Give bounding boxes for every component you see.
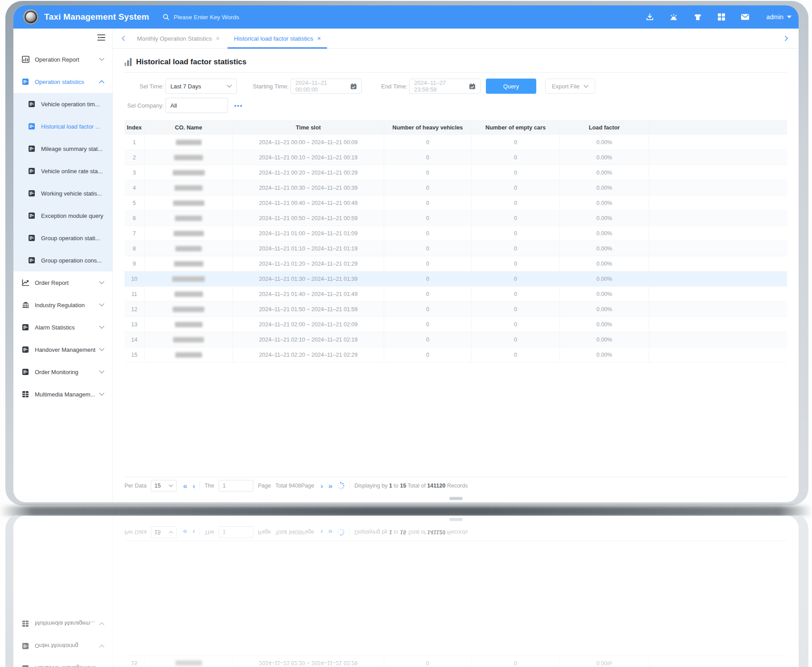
- prev-page-button[interactable]: ‹: [193, 482, 195, 490]
- tab-monthly-operation-statistics[interactable]: Monthly Operation Statistics ×: [130, 29, 227, 48]
- table-row[interactable]: 102024–11–21 01:30 ~ 2024–11–21 01:39000…: [124, 271, 787, 287]
- refresh-spinner-icon[interactable]: [337, 482, 345, 490]
- table-row[interactable]: 32024–11–21 00:20 ~ 2024–11–21 00:29000.…: [124, 165, 787, 180]
- tabs-scroll-right-icon[interactable]: [780, 36, 792, 41]
- sidebar-item-historical-load-factor[interactable]: Historical load factor ...: [13, 115, 112, 138]
- table-row[interactable]: 82024–11–21 01:10 ~ 2024–11–21 01:19000.…: [124, 241, 787, 256]
- line-chart-icon: [22, 279, 29, 286]
- company-more-button[interactable]: •••: [234, 102, 243, 109]
- cell-index: 11: [124, 287, 145, 301]
- table-row[interactable]: 12024–11–21 00:00 ~ 2024–11–21 00:09000.…: [124, 135, 787, 150]
- sidebar-item-group-operation-stati[interactable]: Group operation stati...: [13, 227, 112, 249]
- cell-spacer: [649, 271, 787, 286]
- tab-close-icon[interactable]: ×: [317, 35, 321, 42]
- cell-spacer: [649, 302, 787, 317]
- cell-empty-cars: 0: [472, 135, 560, 150]
- cell-empty-cars: 0: [472, 241, 560, 256]
- cell-index: 10: [124, 271, 145, 286]
- sidebar-item-handover-management[interactable]: Handover Management: [13, 338, 112, 361]
- redacted-company-name: [173, 200, 204, 206]
- table-row[interactable]: 62024–11–21 00:50 ~ 2024–11–21 00:59000.…: [124, 211, 787, 226]
- search-icon: [162, 13, 170, 21]
- sidebar-item-label: Group operation cons...: [41, 257, 102, 264]
- app-logo-icon: [23, 9, 38, 25]
- app-window-slab: Taxi Management System Please Enter Key …: [0, 0, 812, 518]
- alarm-icon[interactable]: [669, 13, 678, 21]
- pager-divider: [199, 482, 200, 490]
- download-icon[interactable]: [646, 13, 654, 21]
- tabs-scroll-left-icon[interactable]: [117, 36, 130, 41]
- table-row[interactable]: 152024–11–21 02:20 ~ 2024–11–21 02:29000…: [124, 347, 787, 363]
- sidebar-item-label: Order Report: [35, 279, 69, 286]
- sidebar-item-alarm-statistics[interactable]: Alarm Statistics: [13, 316, 112, 338]
- cell-heavy-vehicles: 0: [384, 196, 472, 210]
- cell-heavy-vehicles: 0: [384, 302, 472, 317]
- sidebar-item-vehicle-operation-tim[interactable]: Vehicle operation tim...: [13, 93, 112, 115]
- bank-icon: [22, 301, 29, 308]
- sidebar-item-order-report[interactable]: Order Report: [13, 271, 112, 294]
- sidebar-item-exception-module-query[interactable]: Exception module query: [13, 204, 112, 227]
- tab-close-icon[interactable]: ×: [216, 35, 220, 42]
- end-time-input[interactable]: 2024–11–27 23:59:59: [409, 79, 481, 94]
- cell-time-slot: 2024–11–21 01:10 ~ 2024–11–21 01:19: [233, 241, 384, 256]
- cell-spacer: [649, 347, 787, 362]
- cell-co-name: [145, 347, 233, 362]
- page-number-input[interactable]: 1: [219, 480, 253, 492]
- table-row[interactable]: 72024–11–21 01:00 ~ 2024–11–21 01:09000.…: [124, 226, 787, 241]
- table-header-row: IndexCO. NameTime slotNumber of heavy ve…: [124, 120, 787, 135]
- cell-load-factor: 0.00%: [560, 332, 649, 347]
- global-search[interactable]: Please Enter Key Words: [162, 13, 239, 21]
- starting-time-input[interactable]: 2024–11–21 00:00:00: [290, 79, 362, 94]
- resize-handle[interactable]: [449, 497, 463, 500]
- shirt-icon[interactable]: [693, 13, 702, 21]
- next-page-button[interactable]: ›: [320, 482, 323, 490]
- query-button[interactable]: Query: [486, 79, 536, 94]
- tab-historical-load-factor-statistics[interactable]: Historical load factor statistics ×: [227, 29, 328, 48]
- redacted-company-name: [174, 261, 203, 267]
- sidebar-item-industry-regulation[interactable]: Industry Regulation: [13, 294, 112, 316]
- doc-icon: [22, 78, 29, 85]
- cell-load-factor: 0.00%: [560, 226, 649, 241]
- cell-co-name: [145, 150, 233, 165]
- apps-grid-icon[interactable]: [717, 13, 725, 21]
- bar-chart-title-icon: [124, 58, 132, 66]
- redacted-company-name: [172, 276, 205, 282]
- cell-time-slot: 2024–11–21 00:00 ~ 2024–11–21 00:09: [233, 135, 384, 150]
- table-row[interactable]: 122024–11–21 01:50 ~ 2024–11–21 01:59000…: [124, 302, 787, 317]
- table-row[interactable]: 112024–11–21 01:40 ~ 2024–11–21 01:49000…: [124, 287, 787, 302]
- sidebar-item-working-vehicle-statis[interactable]: Working vehicle statis...: [13, 182, 112, 204]
- sel-company-input[interactable]: All: [166, 98, 228, 113]
- chevron-down-icon: [99, 370, 104, 374]
- last-page-button[interactable]: »: [328, 482, 332, 490]
- menu-collapse-icon[interactable]: [97, 34, 105, 41]
- table-row[interactable]: 142024–11–21 02:10 ~ 2024–11–21 02:19000…: [124, 332, 787, 347]
- sidebar-item-label: Vehicle online rate sta...: [41, 168, 103, 175]
- sidebar-item-multimedia-managem[interactable]: Multimedia Managem...: [13, 383, 112, 405]
- cell-heavy-vehicles: 0: [384, 317, 472, 332]
- sidebar-item-order-monitoring[interactable]: Order Monitoring: [13, 361, 112, 383]
- cell-load-factor: 0.00%: [560, 180, 649, 195]
- cell-heavy-vehicles: 0: [384, 347, 472, 362]
- sidebar-item-operation-report[interactable]: Operation Report: [13, 48, 112, 71]
- sidebar-item-operation-statistics[interactable]: Operation statistics: [13, 71, 112, 93]
- cell-empty-cars: 0: [472, 211, 560, 225]
- sidebar-item-vehicle-online-rate-sta[interactable]: Vehicle online rate sta...: [13, 160, 112, 182]
- cell-co-name: [145, 241, 233, 256]
- cell-index: 1: [124, 135, 145, 150]
- table-row[interactable]: 22024–11–21 00:10 ~ 2024–11–21 00:19000.…: [124, 150, 787, 165]
- cell-load-factor: 0.00%: [560, 347, 649, 362]
- cell-load-factor: 0.00%: [560, 256, 649, 271]
- table-row[interactable]: 52024–11–21 00:40 ~ 2024–11–21 00:49000.…: [124, 196, 787, 211]
- export-file-button[interactable]: Export File: [545, 79, 595, 94]
- sidebar-item-mileage-summary-stat[interactable]: Mileage summary stat...: [13, 138, 112, 160]
- sidebar-item-group-operation-cons[interactable]: Group operation cons...: [13, 249, 112, 271]
- page-size-select[interactable]: 15: [151, 480, 177, 492]
- sel-time-select[interactable]: Last 7 Days: [166, 79, 237, 94]
- first-page-button[interactable]: «: [183, 482, 187, 490]
- mail-icon[interactable]: [741, 13, 750, 21]
- cell-co-name: [145, 332, 233, 347]
- user-menu[interactable]: admin: [766, 13, 791, 21]
- table-row[interactable]: 42024–11–21 00:30 ~ 2024–11–21 00:39000.…: [124, 180, 787, 196]
- table-row[interactable]: 92024–11–21 01:20 ~ 2024–11–21 01:29000.…: [124, 256, 787, 271]
- table-row[interactable]: 132024–11–21 02:00 ~ 2024–11–21 02:09000…: [124, 317, 787, 332]
